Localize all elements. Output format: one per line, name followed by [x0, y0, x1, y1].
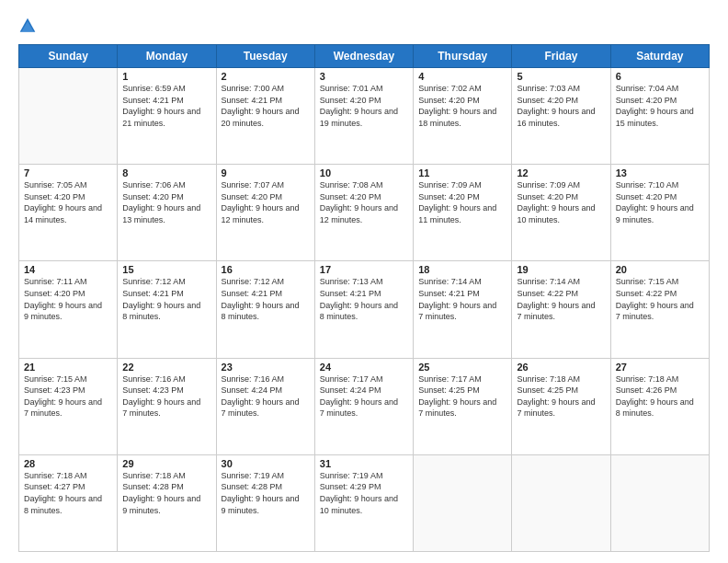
day-number: 8 — [122, 167, 210, 178]
calendar-cell: 3Sunrise: 7:01 AMSunset: 4:20 PMDaylight… — [314, 68, 413, 165]
day-info: Sunrise: 7:18 AMSunset: 4:26 PMDaylight:… — [616, 373, 704, 419]
calendar-cell: 13Sunrise: 7:10 AMSunset: 4:20 PMDayligh… — [610, 165, 709, 261]
day-number: 4 — [418, 71, 506, 82]
calendar-cell: 4Sunrise: 7:02 AMSunset: 4:20 PMDaylight… — [414, 68, 512, 165]
day-info: Sunrise: 7:16 AMSunset: 4:23 PMDaylight:… — [122, 373, 210, 419]
calendar-cell: 30Sunrise: 7:19 AMSunset: 4:28 PMDayligh… — [216, 454, 314, 551]
calendar-cell: 25Sunrise: 7:17 AMSunset: 4:25 PMDayligh… — [414, 358, 512, 454]
day-info: Sunrise: 7:19 AMSunset: 4:28 PMDaylight:… — [222, 470, 310, 516]
day-info: Sunrise: 7:17 AMSunset: 4:24 PMDaylight:… — [320, 373, 408, 419]
day-number: 3 — [320, 71, 408, 82]
day-info: Sunrise: 7:18 AMSunset: 4:28 PMDaylight:… — [122, 470, 210, 516]
logo-icon — [18, 17, 37, 35]
calendar-cell: 6Sunrise: 7:04 AMSunset: 4:20 PMDaylight… — [610, 68, 709, 165]
logo — [18, 15, 40, 35]
calendar-cell: 14Sunrise: 7:11 AMSunset: 4:20 PMDayligh… — [19, 261, 118, 358]
calendar-cell: 19Sunrise: 7:14 AMSunset: 4:22 PMDayligh… — [512, 261, 610, 358]
day-info: Sunrise: 7:01 AMSunset: 4:20 PMDaylight:… — [320, 83, 408, 129]
calendar-cell: 29Sunrise: 7:18 AMSunset: 4:28 PMDayligh… — [118, 454, 216, 551]
day-info: Sunrise: 7:02 AMSunset: 4:20 PMDaylight:… — [418, 83, 506, 129]
day-info: Sunrise: 7:17 AMSunset: 4:25 PMDaylight:… — [418, 373, 506, 419]
day-info: Sunrise: 7:15 AMSunset: 4:22 PMDaylight:… — [616, 276, 704, 322]
calendar-cell — [19, 68, 118, 165]
header — [18, 15, 710, 35]
day-number: 13 — [616, 167, 704, 178]
weekday-header: Monday — [118, 45, 216, 68]
day-number: 25 — [418, 362, 506, 373]
day-number: 15 — [122, 264, 210, 275]
calendar-cell: 17Sunrise: 7:13 AMSunset: 4:21 PMDayligh… — [314, 261, 413, 358]
weekday-header: Wednesday — [314, 45, 413, 68]
calendar-week-row: 21Sunrise: 7:15 AMSunset: 4:23 PMDayligh… — [19, 358, 710, 454]
day-number: 6 — [616, 71, 704, 82]
calendar-cell: 20Sunrise: 7:15 AMSunset: 4:22 PMDayligh… — [610, 261, 709, 358]
calendar-cell: 31Sunrise: 7:19 AMSunset: 4:29 PMDayligh… — [314, 454, 413, 551]
day-number: 18 — [418, 264, 506, 275]
day-info: Sunrise: 7:08 AMSunset: 4:20 PMDaylight:… — [320, 179, 408, 225]
day-number: 10 — [320, 167, 408, 178]
calendar-cell: 28Sunrise: 7:18 AMSunset: 4:27 PMDayligh… — [19, 454, 118, 551]
calendar-cell: 1Sunrise: 6:59 AMSunset: 4:21 PMDaylight… — [118, 68, 216, 165]
day-number: 14 — [24, 264, 112, 275]
day-info: Sunrise: 7:09 AMSunset: 4:20 PMDaylight:… — [418, 179, 506, 225]
day-info: Sunrise: 7:00 AMSunset: 4:21 PMDaylight:… — [222, 83, 310, 129]
day-info: Sunrise: 7:03 AMSunset: 4:20 PMDaylight:… — [517, 83, 605, 129]
day-info: Sunrise: 7:18 AMSunset: 4:25 PMDaylight:… — [517, 373, 605, 419]
day-info: Sunrise: 7:14 AMSunset: 4:21 PMDaylight:… — [418, 276, 506, 322]
calendar-week-row: 14Sunrise: 7:11 AMSunset: 4:20 PMDayligh… — [19, 261, 710, 358]
calendar-cell: 21Sunrise: 7:15 AMSunset: 4:23 PMDayligh… — [19, 358, 118, 454]
day-info: Sunrise: 6:59 AMSunset: 4:21 PMDaylight:… — [122, 83, 210, 129]
calendar-cell: 10Sunrise: 7:08 AMSunset: 4:20 PMDayligh… — [314, 165, 413, 261]
calendar-cell: 2Sunrise: 7:00 AMSunset: 4:21 PMDaylight… — [216, 68, 314, 165]
day-info: Sunrise: 7:09 AMSunset: 4:20 PMDaylight:… — [517, 179, 605, 225]
day-info: Sunrise: 7:07 AMSunset: 4:20 PMDaylight:… — [222, 179, 310, 225]
day-info: Sunrise: 7:16 AMSunset: 4:24 PMDaylight:… — [222, 373, 310, 419]
day-number: 2 — [222, 71, 310, 82]
day-info: Sunrise: 7:12 AMSunset: 4:21 PMDaylight:… — [122, 276, 210, 322]
day-number: 20 — [616, 264, 704, 275]
calendar-cell: 7Sunrise: 7:05 AMSunset: 4:20 PMDaylight… — [19, 165, 118, 261]
day-info: Sunrise: 7:11 AMSunset: 4:20 PMDaylight:… — [24, 276, 112, 322]
day-number: 27 — [616, 362, 704, 373]
weekday-header: Friday — [512, 45, 610, 68]
calendar-cell — [512, 454, 610, 551]
day-number: 29 — [122, 458, 210, 469]
weekday-header: Thursday — [414, 45, 512, 68]
calendar-cell: 27Sunrise: 7:18 AMSunset: 4:26 PMDayligh… — [610, 358, 709, 454]
day-number: 7 — [24, 167, 112, 178]
calendar-week-row: 1Sunrise: 6:59 AMSunset: 4:21 PMDaylight… — [19, 68, 710, 165]
day-number: 24 — [320, 362, 408, 373]
day-info: Sunrise: 7:19 AMSunset: 4:29 PMDaylight:… — [320, 470, 408, 516]
day-number: 28 — [24, 458, 112, 469]
calendar-cell: 16Sunrise: 7:12 AMSunset: 4:21 PMDayligh… — [216, 261, 314, 358]
day-number: 11 — [418, 167, 506, 178]
day-number: 1 — [122, 71, 210, 82]
weekday-header: Sunday — [19, 45, 118, 68]
day-number: 19 — [517, 264, 605, 275]
calendar-cell: 18Sunrise: 7:14 AMSunset: 4:21 PMDayligh… — [414, 261, 512, 358]
day-number: 5 — [517, 71, 605, 82]
weekday-header: Tuesday — [216, 45, 314, 68]
day-info: Sunrise: 7:04 AMSunset: 4:20 PMDaylight:… — [616, 83, 704, 129]
day-number: 26 — [517, 362, 605, 373]
day-info: Sunrise: 7:18 AMSunset: 4:27 PMDaylight:… — [24, 470, 112, 516]
calendar-cell: 8Sunrise: 7:06 AMSunset: 4:20 PMDaylight… — [118, 165, 216, 261]
day-number: 16 — [222, 264, 310, 275]
calendar-cell: 12Sunrise: 7:09 AMSunset: 4:20 PMDayligh… — [512, 165, 610, 261]
calendar-cell: 22Sunrise: 7:16 AMSunset: 4:23 PMDayligh… — [118, 358, 216, 454]
calendar-cell: 15Sunrise: 7:12 AMSunset: 4:21 PMDayligh… — [118, 261, 216, 358]
day-number: 31 — [320, 458, 408, 469]
calendar-cell — [610, 454, 709, 551]
day-info: Sunrise: 7:14 AMSunset: 4:22 PMDaylight:… — [517, 276, 605, 322]
day-number: 23 — [222, 362, 310, 373]
calendar-week-row: 28Sunrise: 7:18 AMSunset: 4:27 PMDayligh… — [19, 454, 710, 551]
calendar-cell: 24Sunrise: 7:17 AMSunset: 4:24 PMDayligh… — [314, 358, 413, 454]
calendar-cell: 26Sunrise: 7:18 AMSunset: 4:25 PMDayligh… — [512, 358, 610, 454]
calendar-cell — [414, 454, 512, 551]
day-number: 22 — [122, 362, 210, 373]
calendar-cell: 11Sunrise: 7:09 AMSunset: 4:20 PMDayligh… — [414, 165, 512, 261]
day-info: Sunrise: 7:06 AMSunset: 4:20 PMDaylight:… — [122, 179, 210, 225]
calendar-cell: 23Sunrise: 7:16 AMSunset: 4:24 PMDayligh… — [216, 358, 314, 454]
calendar-cell: 9Sunrise: 7:07 AMSunset: 4:20 PMDaylight… — [216, 165, 314, 261]
day-info: Sunrise: 7:12 AMSunset: 4:21 PMDaylight:… — [222, 276, 310, 322]
